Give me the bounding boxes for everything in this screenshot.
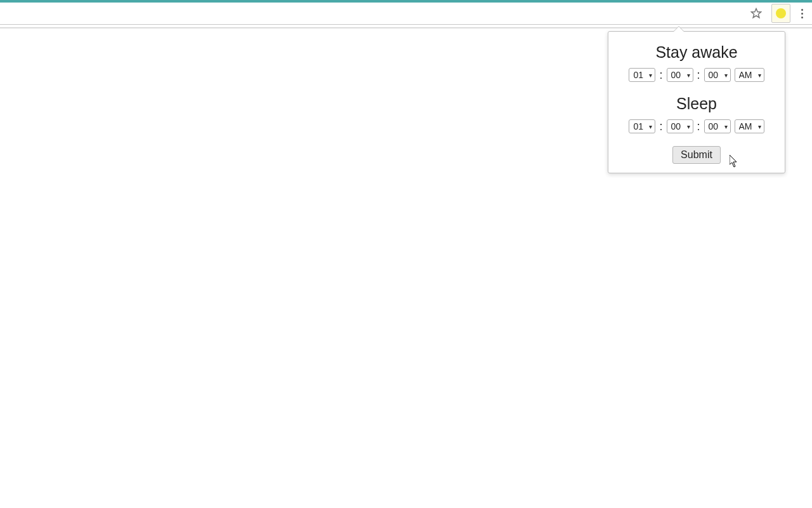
time-separator: : (697, 69, 700, 82)
stay-awake-hours-select[interactable]: 01 (629, 68, 655, 82)
sleep-title: Sleep (615, 95, 778, 113)
extension-button[interactable] (771, 4, 790, 23)
sleep-hours-select[interactable]: 01 (629, 119, 655, 133)
stay-awake-time-row: 01 : 00 : 00 AM (615, 68, 778, 82)
browser-toolbar (0, 3, 812, 25)
stay-awake-minutes-select[interactable]: 00 (667, 68, 693, 82)
submit-button[interactable]: Submit (672, 146, 721, 164)
extension-popup: Stay awake 01 : 00 : 00 AM Sleep 01 : 00… (608, 31, 785, 173)
submit-row: Submit (615, 146, 778, 164)
kebab-dot (801, 9, 803, 11)
sleep-ampm-select[interactable]: AM (735, 119, 764, 133)
time-separator: : (697, 120, 700, 133)
svg-marker-0 (752, 9, 761, 18)
stay-awake-seconds-select[interactable]: 00 (704, 68, 731, 82)
sleep-seconds-select[interactable]: 00 (704, 119, 731, 133)
time-separator: : (659, 69, 662, 82)
sleep-minutes-select[interactable]: 00 (667, 119, 693, 133)
sun-icon (776, 8, 786, 18)
sleep-time-row: 01 : 00 : 00 AM (615, 119, 778, 133)
stay-awake-title: Stay awake (615, 43, 778, 62)
bookmark-star-icon[interactable] (750, 7, 763, 20)
toolbar-separator (0, 27, 812, 29)
time-separator: : (659, 120, 662, 133)
kebab-dot (801, 17, 803, 18)
stay-awake-ampm-select[interactable]: AM (735, 68, 764, 82)
kebab-dot (801, 13, 803, 15)
browser-menu-button[interactable] (796, 4, 808, 22)
